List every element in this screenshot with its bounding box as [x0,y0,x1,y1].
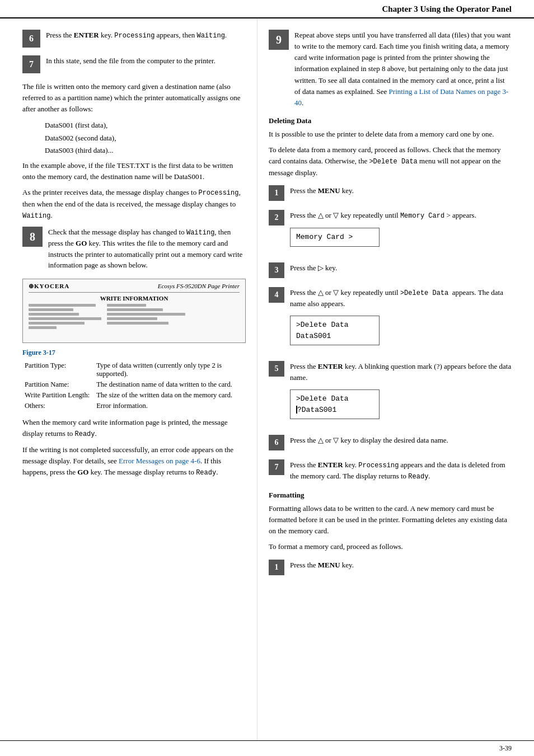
waiting-text: Waiting [196,32,224,40]
display-box-2-wrapper: Memory Card > [290,224,512,250]
formatting-heading: Formatting [269,491,512,500]
go-key-label: GO [76,239,87,247]
write-partition-label: Write Partition Length: [22,390,94,401]
enter-key-label: ENTER [74,31,99,39]
deleting-intro-1: It is possible to use the printer to del… [269,129,512,140]
menu-key-1: MENU [318,186,340,195]
para-3: As the printer receives data, the messag… [22,187,246,221]
display-box-4: >Delete DataDataS001 [290,316,380,345]
after-table-para-1: When the memory card write information p… [22,417,246,440]
del-step-1-number: 1 [269,185,284,201]
figure-col-2 [107,304,185,329]
step-9-text: Repeat above steps until you have transf… [294,30,512,109]
step-7-text: In this state, send the file from the co… [46,55,246,67]
line-6 [29,326,57,329]
del-step-7-number: 7 [269,459,284,475]
del-step-7-block: 7 Press the ENTER key. Processing appear… [269,459,512,482]
del-step-2-number: 2 [269,210,284,226]
others-value: Error information. [94,401,246,411]
enter-key-5: ENTER [318,362,343,370]
cursor-icon [296,406,297,414]
para-1: The file is written onto the memory card… [22,81,246,115]
ready-text-7: Ready [408,473,428,481]
formatting-intro-2: To format a memory card, proceed as foll… [269,541,512,552]
error-messages-link[interactable]: Error Messages on page 4-6 [119,457,200,465]
menu-key-fmt: MENU [318,561,340,569]
table-row: Partition Type: Type of data written (cu… [22,360,246,379]
line-1 [29,304,96,307]
figure-content [29,304,240,329]
del-step-2-text: Press the △ or ▽ key repeatedly until Me… [290,210,512,253]
write-partition-value: The size of the written data on the memo… [94,390,246,401]
del-step-5-text: Press the ENTER key. A blinking question… [290,361,512,426]
del-step-3-number: 3 [269,262,284,278]
del-step-4-number: 4 [269,287,284,303]
del-step-3-text: Press the ▷ key. [290,262,512,274]
display-box-2: Memory Card > [290,228,380,247]
left-column: 6 Press the ENTER key. Processing appear… [0,18,257,740]
processing-inline: Processing [198,189,238,197]
ready-text: Ready [75,430,95,438]
line-9 [107,313,185,316]
printing-list-link[interactable]: Printing a List of Data Names on page 3-… [294,87,508,107]
step-6-block: 6 Press the ENTER key. Processing appear… [22,30,246,48]
deleting-intro-2: To delete data from a memory card, proce… [269,144,512,179]
step-8-block: 8 Check that the message display has cha… [22,227,246,271]
data-s003: DataS003 (third data)... [45,146,113,154]
table-row: Others: Error information. [22,401,246,411]
page-number: 3-39 [499,744,512,753]
del-step-4-block: 4 Press the △ or ▽ key repeatedly until … [269,287,512,353]
fmt-step-1-number: 1 [269,560,284,575]
ready-text-2: Ready [196,469,216,477]
fmt-step-1-text: Press the MENU key. [290,560,512,571]
page-header: Chapter 3 Using the Operator Panel [0,0,534,18]
line-11 [107,322,168,325]
waiting-inline: Waiting [22,212,50,220]
after-table-para-2: If the writing is not completed successf… [22,444,246,478]
partition-type-label: Partition Type: [22,360,94,379]
figure-caption: Figure 3-17 [22,349,246,357]
del-step-7-text: Press the ENTER key. Processing appears … [290,459,512,482]
del-step-5-number: 5 [269,361,284,377]
table-row: Write Partition Length: The size of the … [22,390,246,401]
del-step-3-block: 3 Press the ▷ key. [269,262,512,278]
display-box-4-wrapper: >Delete DataDataS001 [290,312,512,349]
kyocera-logo: ⊕KYOCERA [29,283,69,290]
step-8-text: Check that the message display has chang… [48,227,246,271]
processing-text-7: Processing [358,462,399,469]
enter-key-7: ENTER [318,461,343,469]
partition-type-value: Type of data written (currently only typ… [94,360,246,379]
others-label: Others: [22,401,94,411]
step-7-number: 7 [22,55,40,73]
figure-17-box: ⊕KYOCERA Ecosys FS-9520DN Page Printer W… [22,279,246,343]
figure-spacer [29,329,240,339]
del-step-6-block: 6 Press the △ or ▽ key to display the de… [269,435,512,450]
right-column: 9 Repeat above steps until you have tran… [257,18,534,740]
page-content: 6 Press the ENTER key. Processing appear… [0,18,534,740]
del-step-1-block: 1 Press the MENU key. [269,185,512,201]
step-6-number: 6 [22,30,40,48]
body-paragraphs: The file is written onto the memory card… [22,81,246,221]
page-footer: 3-39 [0,740,534,756]
go-key-label-2: GO [77,468,88,476]
partition-name-label: Partition Name: [22,379,94,390]
delete-data-mono: >Delete Data [400,289,448,297]
del-step-2-block: 2 Press the △ or ▽ key repeatedly until … [269,210,512,253]
partition-name-value: The destination name of data written to … [94,379,246,390]
line-2 [29,308,73,311]
figure-header: ⊕KYOCERA Ecosys FS-9520DN Page Printer [29,283,240,293]
formatting-section: Formatting Formatting allows data to be … [269,491,512,575]
delete-menu-mono: >Delete Data [369,158,417,166]
line-4 [29,317,101,320]
fmt-step-1-block: 1 Press the MENU key. [269,560,512,575]
ecosys-logo: Ecosys FS-9520DN Page Printer [158,283,240,289]
del-step-6-number: 6 [269,435,284,450]
del-step-6-text: Press the △ or ▽ key to display the desi… [290,435,512,446]
partition-info-table: Partition Type: Type of data written (cu… [22,360,246,411]
figure-col-1 [29,304,101,329]
del-step-1-text: Press the MENU key. [290,185,512,196]
memory-card-mono: Memory Card [400,212,444,220]
del-step-5-block: 5 Press the ENTER key. A blinking questi… [269,361,512,426]
figure-title: WRITE INFORMATION [29,295,240,302]
line-7 [107,304,146,307]
